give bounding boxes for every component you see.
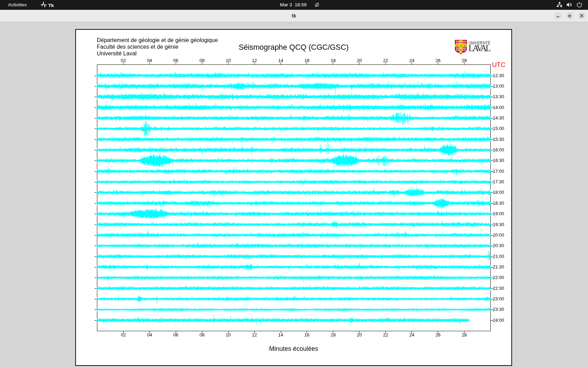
svg-text:LAVAL: LAVAL [469, 43, 491, 53]
